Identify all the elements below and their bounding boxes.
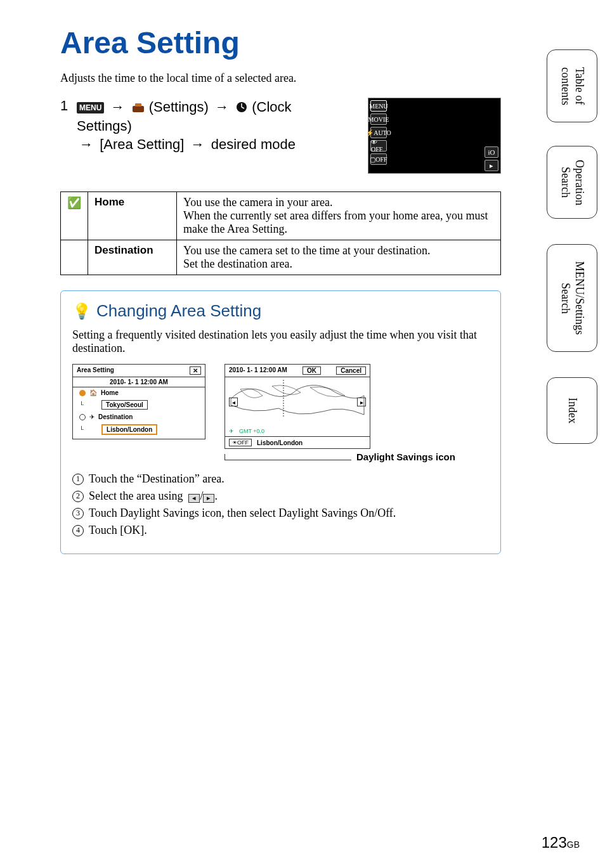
- side-tab-operation-search[interactable]: Operation Search: [547, 146, 597, 219]
- tip-step-2-suffix: .: [214, 489, 218, 502]
- settings-label: (Settings): [149, 99, 209, 115]
- nav-right-icon: ▸: [357, 398, 366, 406]
- tip-step-2: Select the area using: [89, 489, 183, 502]
- menu-icon: MENU: [77, 102, 104, 113]
- radio-icon: [79, 414, 86, 420]
- destination-city: Lisbon/London: [101, 424, 157, 435]
- tip-heading: Changing Area Setting: [96, 301, 261, 321]
- tip-box: 💡 Changing Area Setting Setting a freque…: [60, 290, 501, 554]
- svg-rect-0: [133, 106, 144, 112]
- home-label: Home: [101, 389, 119, 396]
- daylight-savings-icon: ☀OFF: [229, 439, 252, 446]
- tip-step-3: Touch Daylight Savings icon, then select…: [89, 507, 396, 520]
- step-instruction: 1 MENU → (Settings) → (Clock Settings) →: [60, 98, 355, 154]
- arrow-icon: →: [188, 135, 207, 154]
- nav-right-icon: ▸: [203, 494, 214, 503]
- step-number-icon: 4: [72, 525, 84, 536]
- page-title: Area Setting: [60, 25, 501, 60]
- svg-rect-1: [135, 103, 141, 107]
- radio-selected-icon: [79, 390, 86, 396]
- page-root: Table of contents Operation Search MENU/…: [0, 0, 605, 868]
- callout-line: [224, 454, 351, 460]
- step-number-icon: 2: [72, 491, 84, 502]
- cam-burst-icon: ▢OFF: [370, 153, 387, 165]
- desired-mode-label: desired mode: [211, 136, 296, 152]
- map-screen-illustration: 2010- 1- 1 12:00 AM OK Cancel ◂ ▸: [224, 364, 370, 449]
- area-setting-label: [Area Setting]: [100, 136, 184, 152]
- clock-icon: [235, 99, 252, 115]
- row-desc: You use the camera set to the time at yo…: [177, 240, 501, 275]
- screen1-title: Area Setting: [77, 366, 114, 375]
- settings-table: ✅ Home You use the camera in your area. …: [60, 191, 501, 275]
- cancel-button-illustration: Cancel: [336, 366, 366, 375]
- cam-mode-icon: iO: [485, 146, 498, 158]
- camera-preview-illustration: MENU MOVIE ⚡AUTO 👁OFF ▢OFF iO ▸: [368, 98, 501, 174]
- step-number: 1: [60, 98, 69, 114]
- nav-left-icon: ◂: [188, 494, 200, 503]
- arrow-icon: →: [212, 98, 231, 117]
- screen2-city: Lisbon/London: [257, 439, 302, 446]
- row-desc: You use the camera in your area. When th…: [177, 192, 501, 240]
- cam-menu-icon: MENU: [370, 100, 387, 112]
- area-setting-screen-illustration: Area Setting ✕ 2010- 1- 1 12:00 AM 🏠 Hom…: [72, 364, 205, 439]
- cam-flash-icon: ⚡AUTO: [370, 127, 387, 138]
- side-tab-menu-settings-search[interactable]: MENU/Settings Search: [547, 244, 597, 352]
- table-row: ✅ Home You use the camera in your area. …: [61, 192, 501, 240]
- side-tab-toc[interactable]: Table of contents: [547, 49, 597, 122]
- lightbulb-icon: 💡: [72, 302, 91, 320]
- nav-left-icon: ◂: [229, 398, 238, 406]
- page-number: 123GB: [542, 834, 580, 852]
- tip-step-1: Touch the “Destination” area.: [89, 472, 224, 486]
- close-icon: ✕: [190, 366, 201, 375]
- side-tab-index[interactable]: Index: [547, 377, 597, 444]
- world-map-icon: [228, 380, 367, 418]
- cam-play-icon: ▸: [485, 160, 498, 171]
- arrow-icon: →: [77, 135, 96, 154]
- screen2-datetime: 2010- 1- 1 12:00 AM: [229, 366, 287, 375]
- cam-movie-icon: MOVIE: [370, 113, 387, 125]
- row-name: Destination: [88, 240, 177, 275]
- screen1-datetime: 2010- 1- 1 12:00 AM: [73, 377, 205, 387]
- ok-button-illustration: OK: [302, 366, 321, 375]
- row-name: Home: [88, 192, 177, 240]
- step-number-icon: 1: [72, 474, 84, 485]
- destination-label: Destination: [98, 413, 133, 420]
- toolbox-icon: [131, 99, 149, 115]
- tip-step-4: Touch [OK].: [89, 524, 147, 537]
- home-city: Tokyo/Seoul: [101, 400, 148, 410]
- check-icon: ✅: [67, 197, 81, 209]
- cam-smile-icon: 👁OFF: [370, 140, 387, 152]
- daylight-savings-label: Daylight Savings icon: [356, 451, 455, 462]
- step-number-icon: 3: [72, 508, 84, 519]
- gmt-offset: GMT +0.0: [239, 428, 264, 434]
- arrow-icon: →: [108, 98, 127, 117]
- intro-text: Adjusts the time to the local time of a …: [60, 72, 501, 85]
- table-row: Destination You use the camera set to th…: [61, 240, 501, 275]
- tip-paragraph: Setting a frequently visited destination…: [72, 328, 489, 355]
